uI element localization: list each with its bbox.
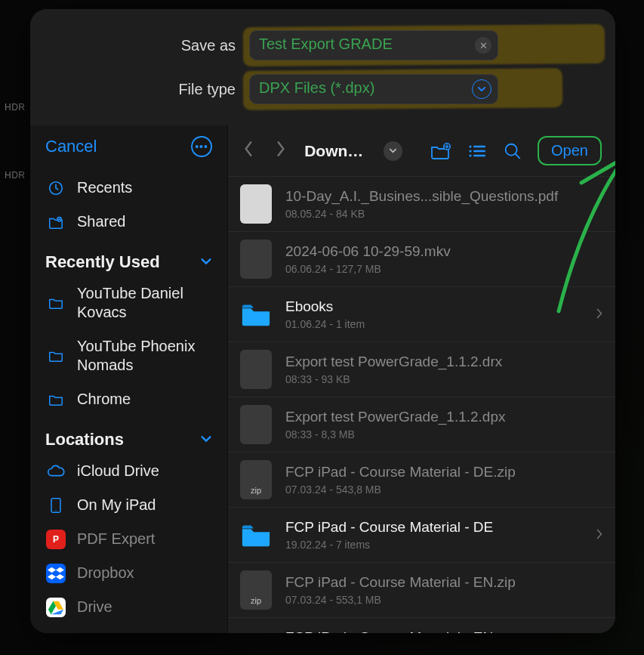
save-as-label: Save as — [47, 37, 236, 54]
shared-folder-icon — [45, 213, 66, 231]
file-meta: Export test PowerGrade_1.1.2.dpx 08:33 -… — [285, 409, 603, 440]
locations-header[interactable]: Locations — [41, 416, 217, 454]
back-button[interactable] — [239, 141, 258, 162]
svg-rect-7 — [473, 145, 485, 147]
sidebar-item-label: Shared — [77, 212, 126, 231]
sidebar-item-label: YouTube Phoenix Nomads — [77, 337, 212, 375]
sidebar-item-label: PDF Expert — [77, 530, 155, 548]
file-name: Export test PowerGrade_1.1.2.drx — [285, 354, 603, 370]
section-title: Locations — [45, 430, 124, 450]
sidebar-shared[interactable]: Shared — [41, 205, 217, 239]
document-icon — [240, 184, 272, 224]
clock-icon — [45, 179, 66, 197]
sidebar-item-label: Drive — [77, 598, 112, 616]
file-subtitle: 08:33 - 93 KB — [285, 373, 603, 385]
sidebar-location-item[interactable]: PPDF Expert — [41, 522, 217, 556]
open-button[interactable]: Open — [538, 136, 602, 165]
file-row[interactable]: FCP iPad - Course Material - EN 19.02.24… — [228, 618, 615, 633]
file-browser: Downl… Open 10-Day_A.I._Busines...sible_… — [228, 125, 615, 633]
file-type-label: File type — [47, 81, 236, 98]
file-row[interactable]: 2024-06-06 10-29-59.mkv 06.06.24 - 127,7… — [228, 232, 615, 287]
file-icon — [240, 405, 272, 444]
svg-point-8 — [469, 150, 471, 152]
file-name: 10-Day_A.I._Busines...sible_Questions.pd… — [285, 188, 603, 205]
zip-file-icon: zip — [240, 570, 272, 610]
file-subtitle: 08.05.24 - 84 KB — [285, 208, 603, 220]
file-meta: 2024-06-06 10-29-59.mkv 06.06.24 - 127,7… — [285, 243, 603, 275]
file-row[interactable]: Export test PowerGrade_1.1.2.drx 08:33 -… — [228, 342, 615, 397]
folder-icon — [45, 347, 66, 365]
file-meta: FCP iPad - Course Material - EN 19.02.24… — [285, 629, 582, 633]
form-area: Save as Test Export GRADE ✕ File type DP… — [30, 9, 615, 125]
forward-button[interactable] — [272, 141, 291, 162]
folder-icon — [45, 391, 66, 409]
file-subtitle: 19.02.24 - 7 items — [285, 539, 582, 551]
folder-icon — [240, 295, 272, 334]
bg-hdr-badge: HDR — [5, 102, 25, 113]
sidebar-item-label: iCloud Drive — [77, 462, 159, 480]
dropbox-icon — [45, 564, 66, 582]
file-type-dropdown[interactable]: DPX Files (*.dpx) — [249, 74, 498, 104]
file-subtitle: 06.06.24 - 127,7 MB — [285, 263, 603, 275]
file-row[interactable]: Export test PowerGrade_1.1.2.dpx 08:33 -… — [228, 397, 615, 453]
current-path[interactable]: Downl… — [304, 142, 367, 160]
path-dropdown-icon[interactable] — [384, 141, 403, 161]
file-row[interactable]: FCP iPad - Course Material - DE 19.02.24… — [228, 508, 615, 563]
clear-icon[interactable]: ✕ — [475, 37, 491, 54]
file-name: FCP iPad - Course Material - EN — [285, 629, 582, 633]
file-row[interactable]: zip FCP iPad - Course Material - EN.zip … — [228, 563, 615, 618]
list-view-icon[interactable] — [466, 140, 488, 162]
svg-rect-9 — [473, 150, 485, 151]
sidebar-location-item[interactable]: iCloud Drive — [41, 454, 217, 488]
file-subtitle: 01.06.24 - 1 item — [285, 318, 582, 330]
zip-file-icon: zip — [240, 460, 272, 499]
cancel-button[interactable]: Cancel — [45, 137, 97, 156]
sidebar-recents[interactable]: Recents — [41, 171, 217, 205]
save-as-value: Test Export GRADE — [259, 36, 393, 52]
chevron-right-icon — [596, 527, 603, 544]
sidebar-location-item[interactable]: Drive — [41, 590, 217, 624]
file-meta: FCP iPad - Course Material - EN.zip 07.0… — [285, 574, 603, 606]
file-name: FCP iPad - Course Material - EN.zip — [285, 574, 603, 591]
file-meta: Export test PowerGrade_1.1.2.drx 08:33 -… — [285, 354, 603, 385]
bg-hdr-badge: HDR — [5, 170, 25, 181]
sidebar-recent-item[interactable]: YouTube Daniel Kovacs — [41, 277, 217, 329]
file-row[interactable]: Ebooks 01.06.24 - 1 item — [228, 287, 615, 342]
svg-rect-11 — [473, 154, 485, 156]
file-meta: FCP iPad - Course Material - DE.zip 07.0… — [285, 464, 603, 496]
sidebar-recent-item[interactable]: Chrome — [41, 382, 217, 416]
sidebar-location-item[interactable]: Dropbox — [41, 556, 217, 590]
new-folder-icon[interactable] — [430, 140, 452, 162]
file-subtitle: 07.03.24 - 543,8 MB — [285, 484, 603, 496]
file-subtitle: 08:33 - 8,3 MB — [285, 428, 603, 440]
file-type-row: File type DPX Files (*.dpx) — [47, 74, 599, 104]
folder-icon — [240, 626, 272, 633]
sidebar-location-item[interactable]: On My iPad — [41, 488, 217, 522]
file-row[interactable]: 10-Day_A.I._Busines...sible_Questions.pd… — [228, 176, 615, 232]
browser-toolbar: Downl… Open — [228, 125, 615, 176]
file-row[interactable]: zip FCP iPad - Course Material - DE.zip … — [228, 453, 615, 508]
sidebar-item-label: YouTube Daniel Kovacs — [77, 284, 212, 322]
file-type-value: DPX Files (*.dpx) — [259, 79, 374, 96]
file-name: FCP iPad - Course Material - DE — [285, 519, 582, 536]
more-options-icon[interactable]: ••• — [191, 136, 212, 157]
chevron-right-icon — [596, 306, 603, 323]
sidebar-item-label: On My iPad — [77, 496, 156, 514]
file-name: FCP iPad - Course Material - DE.zip — [285, 464, 603, 480]
chevron-down-icon — [200, 252, 212, 272]
file-name: Ebooks — [285, 298, 582, 315]
sidebar-recent-item[interactable]: YouTube Phoenix Nomads — [41, 329, 217, 382]
save-as-input[interactable]: Test Export GRADE ✕ — [249, 30, 498, 60]
file-name: Export test PowerGrade_1.1.2.dpx — [285, 409, 603, 425]
save-as-row: Save as Test Export GRADE ✕ — [47, 30, 599, 60]
file-list[interactable]: 10-Day_A.I._Busines...sible_Questions.pd… — [228, 176, 615, 633]
svg-point-4 — [55, 510, 56, 511]
section-title: Recently Used — [45, 252, 160, 272]
file-meta: Ebooks 01.06.24 - 1 item — [285, 298, 582, 330]
recently-used-header[interactable]: Recently Used — [41, 239, 217, 277]
search-icon[interactable] — [502, 140, 525, 162]
chevron-down-icon[interactable] — [472, 79, 491, 99]
drive-icon — [45, 598, 66, 616]
folder-icon — [45, 294, 66, 312]
ipad-icon — [45, 496, 66, 514]
